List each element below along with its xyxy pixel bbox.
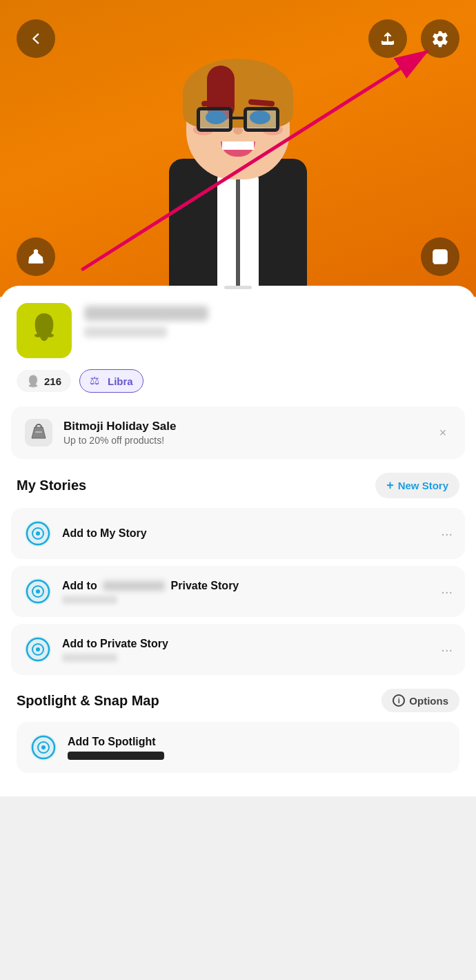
story-label-container-private-2: Add to Private Story xyxy=(62,638,431,662)
profile-info xyxy=(84,303,459,337)
username-blur xyxy=(84,306,208,321)
options-label: Options xyxy=(409,695,448,707)
subtext-blur xyxy=(84,326,167,337)
sale-icon xyxy=(23,418,54,448)
story-item-my-story[interactable]: Add to My Story ··· xyxy=(11,508,465,559)
spotlight-title: Spotlight & Snap Map xyxy=(17,693,159,709)
snap-score-badge[interactable]: 216 xyxy=(17,370,71,392)
my-stories-title: My Stories xyxy=(17,478,86,493)
camera-icon-my-story xyxy=(23,519,52,548)
profile-stats: 216 ⚖ Libra xyxy=(0,369,476,406)
libra-icon: ⚖ xyxy=(90,374,103,388)
story-sublabel-private-2 xyxy=(62,654,117,662)
camera-icon-private-1 xyxy=(23,577,52,606)
story-sublabel-private-1 xyxy=(62,596,117,604)
content-panel: 216 ⚖ Libra Bitmoji Holiday Sale Up to 2… xyxy=(0,286,476,796)
svg-rect-5 xyxy=(35,431,42,433)
avatar xyxy=(17,303,72,358)
story-item-private-1[interactable]: Add to Private Story ··· xyxy=(11,566,465,617)
header-bitmoji-area xyxy=(0,0,476,297)
sale-text: Bitmoji Holiday Sale Up to 20% off produ… xyxy=(63,420,424,446)
settings-button[interactable] xyxy=(421,19,459,58)
story-label-my: Add to My Story xyxy=(62,527,431,540)
sale-subtitle: Up to 20% off products! xyxy=(63,435,424,446)
zodiac-badge[interactable]: ⚖ Libra xyxy=(79,369,143,393)
new-story-button[interactable]: + New Story xyxy=(375,473,459,498)
svg-point-1 xyxy=(437,253,439,255)
story-more-menu-my[interactable]: ··· xyxy=(441,526,453,542)
spotlight-sublabel xyxy=(68,752,164,760)
spotlight-section: Spotlight & Snap Map i Options Add To Sp… xyxy=(0,675,476,783)
profile-section xyxy=(0,289,476,369)
story-label-private-2: Add to Private Story xyxy=(62,638,431,650)
story-more-menu-private-2[interactable]: ··· xyxy=(441,642,453,658)
sale-banner: Bitmoji Holiday Sale Up to 20% off produ… xyxy=(11,406,465,459)
svg-point-13 xyxy=(36,589,40,594)
options-button[interactable]: i Options xyxy=(381,689,459,712)
bitmoji-avatar xyxy=(128,35,348,297)
spotlight-item[interactable]: Add To Spotlight xyxy=(17,722,459,773)
upload-button[interactable] xyxy=(368,19,407,58)
story-label-private-1: Add to Private Story xyxy=(62,580,431,592)
snap-score-value: 216 xyxy=(44,375,61,387)
story-item-private-2[interactable]: Add to Private Story ··· xyxy=(11,624,465,675)
new-story-label: New Story xyxy=(398,480,448,491)
info-icon: i xyxy=(393,694,405,707)
story-label-container-my: Add to My Story xyxy=(62,527,431,540)
zodiac-label: Libra xyxy=(108,375,133,387)
back-button[interactable] xyxy=(17,19,55,58)
svg-point-17 xyxy=(36,647,40,651)
outfit-button[interactable] xyxy=(17,237,55,276)
spotlight-label-container: Add To Spotlight xyxy=(68,736,447,760)
gallery-button[interactable] xyxy=(421,237,459,276)
camera-icon-private-2 xyxy=(23,635,52,664)
spotlight-header: Spotlight & Snap Map i Options xyxy=(17,689,459,712)
story-list: Add to My Story ··· Add to Private Story xyxy=(0,508,476,675)
story-label-container-private-1: Add to Private Story xyxy=(62,580,431,604)
new-story-plus-icon: + xyxy=(386,478,394,493)
svg-point-21 xyxy=(41,745,46,749)
my-stories-header: My Stories + New Story xyxy=(0,473,476,508)
svg-point-9 xyxy=(36,531,40,536)
story-more-menu-private-1[interactable]: ··· xyxy=(441,584,453,600)
camera-icon-spotlight xyxy=(29,733,58,762)
sale-title: Bitmoji Holiday Sale xyxy=(63,420,424,433)
sale-close-button[interactable]: × xyxy=(433,423,453,442)
spotlight-label: Add To Spotlight xyxy=(68,736,447,748)
